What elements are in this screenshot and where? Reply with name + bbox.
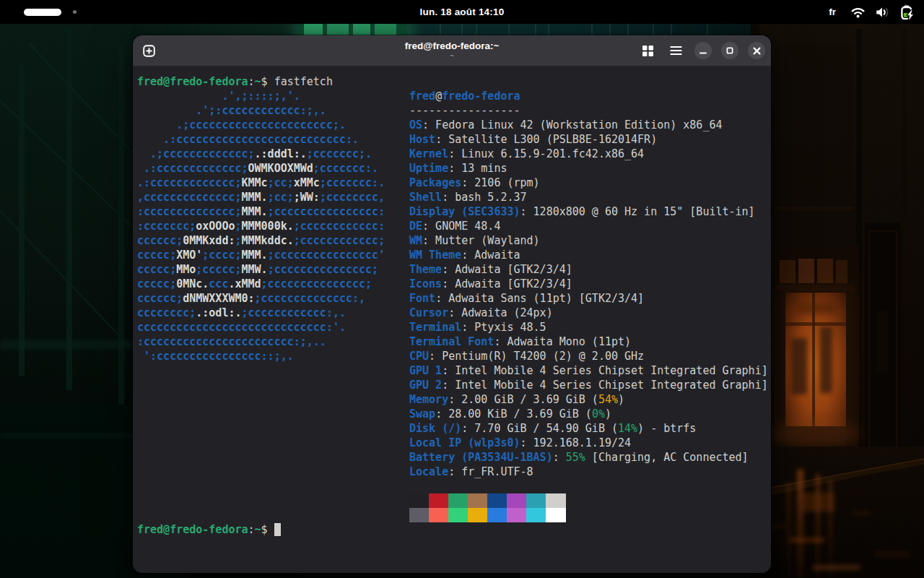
terminal-text: MMMkddc. bbox=[242, 234, 294, 247]
tab-overview-button[interactable] bbox=[638, 41, 657, 60]
terminal-text: ;cccccccccccc:,. bbox=[242, 306, 346, 319]
terminal-text: : Adwaita (24px) bbox=[448, 306, 553, 319]
terminal-text: Disk (/) bbox=[409, 422, 461, 435]
window-controls bbox=[638, 35, 765, 66]
terminal-art-column: cccccccc;.:odl:.;cccccccccccc:,. bbox=[137, 306, 346, 320]
terminal-text: : Adwaita Sans (11pt) [GTK2/3/4] bbox=[435, 292, 644, 305]
terminal-text: ) bbox=[605, 407, 611, 420]
terminal-info-column: Font: Adwaita Sans (11pt) [GTK2/3/4] bbox=[409, 291, 644, 306]
terminal-text: : bash 5.2.37 bbox=[442, 191, 526, 204]
system-status-area[interactable]: fr bbox=[829, 5, 924, 20]
terminal-text: ) - btrfs bbox=[637, 422, 696, 435]
palette-block bbox=[487, 493, 507, 508]
terminal-text: .:ccccccccccccc; bbox=[137, 162, 248, 175]
terminal-text: : Satellite L300 (PSLB8E-162014FR) bbox=[435, 133, 657, 146]
terminal-text: $ fastfetch bbox=[261, 75, 333, 88]
terminal-text: Packages bbox=[409, 176, 461, 189]
terminal-text: : bbox=[553, 451, 566, 464]
terminal-info-column: Terminal Font: Adwaita Mono (11pt) bbox=[409, 335, 631, 349]
terminal-text: ;cc; bbox=[268, 191, 294, 204]
terminal-art-column: .:cccccccccccccccccccccccccc:. bbox=[137, 132, 359, 147]
terminal-text: $ bbox=[261, 523, 274, 536]
terminal-text: Locale bbox=[409, 465, 448, 478]
terminal-text: DE bbox=[409, 220, 422, 233]
terminal-text: : 13 mins bbox=[448, 162, 507, 175]
terminal-text: fred@fredo-fedora bbox=[137, 523, 248, 536]
terminal-text: : Ptyxis 48.5 bbox=[461, 321, 546, 334]
terminal-text: : 192.168.1.19/24 bbox=[520, 436, 632, 449]
terminal-text: .:odl:. bbox=[196, 306, 241, 319]
terminal-text: 0MMKxdd: bbox=[183, 234, 235, 247]
terminal-text: Uptime bbox=[409, 162, 448, 175]
wifi-icon bbox=[850, 6, 866, 19]
terminal-text: ;cccc; bbox=[202, 249, 241, 262]
workspace-indicator[interactable] bbox=[0, 9, 77, 16]
terminal-text: :cccccccccccccc; bbox=[137, 205, 242, 218]
terminal-info-column: Theme: Adwaita [GTK2/3/4] bbox=[409, 262, 572, 277]
palette-block bbox=[409, 493, 429, 508]
terminal-art-column: .:ccccccccccccc;OWMKOOXMWd;ccccccc:. bbox=[137, 161, 378, 176]
terminal-text: ,cccccccccccccc; bbox=[137, 191, 242, 204]
terminal-text: ~ bbox=[255, 75, 261, 88]
terminal-text: .:cccccccccccccccccccccccccc:. bbox=[137, 133, 359, 146]
terminal-info-column: ----------------- bbox=[409, 103, 520, 118]
terminal-info-column: Disk (/): 7.70 GiB / 54.90 GiB (14%) - b… bbox=[409, 421, 696, 436]
terminal-text: ) bbox=[618, 393, 624, 406]
terminal-text: 0MNc. bbox=[176, 277, 209, 290]
terminal-info-column: GPU 1: Intel Mobile 4 Series Chipset Int… bbox=[409, 363, 768, 378]
terminal-art-column: ccccc;0MNc.ccc.xMMd;ccccccccccccccc; bbox=[137, 277, 372, 291]
clock[interactable]: lun. 18 août 14:10 bbox=[0, 0, 924, 24]
terminal-text: Memory bbox=[409, 393, 448, 406]
palette-block bbox=[468, 508, 487, 522]
terminal-text: : 924x578 @ 60 Hz in 15" [Built-in] bbox=[520, 205, 755, 218]
terminal-text: KMMc bbox=[242, 176, 268, 189]
terminal-info-column bbox=[409, 508, 566, 522]
terminal-text: ;cccccccc, bbox=[320, 191, 385, 204]
terminal-text: : fr_FR.UTF-8 bbox=[448, 465, 533, 478]
volume-icon bbox=[876, 7, 890, 18]
terminal-text: cccccc; bbox=[137, 234, 183, 247]
keyboard-layout-indicator[interactable]: fr bbox=[829, 7, 836, 17]
workspace-pill-active bbox=[24, 9, 61, 16]
terminal-text: ;WW: bbox=[294, 191, 320, 204]
terminal-info-column: fred@fredo-fedora bbox=[409, 89, 520, 103]
terminal-info-column: Memory: 2.00 GiB / 3.69 GiB (54%) bbox=[409, 392, 624, 407]
terminal-text: ;ccccccccccccccc; bbox=[261, 277, 372, 290]
terminal-info-column: DE: GNOME 48.4 bbox=[409, 219, 500, 233]
new-tab-button[interactable] bbox=[139, 40, 159, 61]
close-button[interactable] bbox=[748, 42, 765, 59]
terminal-text: Font bbox=[409, 292, 435, 305]
terminal-art-column: cccccc;0MMKxdd:;MMMkddc.;cccccccccccc; bbox=[137, 233, 385, 248]
terminal-cursor bbox=[274, 523, 281, 536]
terminal-text: cccccc; bbox=[137, 292, 183, 305]
terminal-text: GPU 2 bbox=[409, 379, 442, 392]
terminal-art-column: fred@fredo-fedora:~$ fastfetch bbox=[137, 74, 333, 89]
battery-charging-icon bbox=[900, 5, 914, 20]
terminal-info-column: Icons: Adwaita [GTK2/3/4] bbox=[409, 277, 572, 291]
terminal-text: oxOOOo bbox=[196, 220, 235, 233]
palette-block bbox=[546, 493, 565, 508]
terminal-text: ;cccccccccccc; bbox=[294, 234, 385, 247]
terminal-text: fred@fredo-fedora bbox=[137, 75, 248, 88]
terminal-text: : Fedora Linux 42 (Workstation Edition) … bbox=[422, 118, 722, 131]
main-menu-button[interactable] bbox=[666, 41, 685, 60]
maximize-button[interactable] bbox=[721, 42, 738, 59]
terminal-text: xMMc bbox=[294, 176, 320, 189]
terminal-text: ;ccccccc;. bbox=[307, 147, 372, 160]
terminal-screen[interactable]: fred@fredo-fedora:~$ fastfetch .',;::::;… bbox=[133, 66, 771, 573]
terminal-titlebar[interactable]: fred@fredo-fedora:~ ~ bbox=[133, 35, 771, 66]
terminal-text: : bbox=[248, 75, 255, 88]
terminal-text: ccccc; bbox=[137, 263, 176, 276]
minimize-button[interactable] bbox=[694, 42, 712, 59]
terminal-info-column: WM: Mutter (Wayland) bbox=[409, 233, 540, 248]
terminal-info-column: Cursor: Adwaita (24px) bbox=[409, 306, 553, 320]
terminal-text: dNMWXXXWM0: bbox=[183, 292, 254, 305]
terminal-info-column: Locale: fr_FR.UTF-8 bbox=[409, 465, 533, 479]
window-subtitle: ~ bbox=[450, 52, 454, 61]
terminal-text: 14% bbox=[618, 422, 637, 435]
terminal-info-column: Terminal: Ptyxis 48.5 bbox=[409, 320, 546, 335]
terminal-art-column: fred@fredo-fedora:~$ bbox=[137, 522, 281, 537]
terminal-info-column: Display (SEC3633): 924x578 @ 60 Hz in 1… bbox=[409, 204, 755, 219]
terminal-text: Kernel bbox=[409, 147, 448, 160]
terminal-info-column: OS: Fedora Linux 42 (Workstation Edition… bbox=[409, 118, 722, 132]
